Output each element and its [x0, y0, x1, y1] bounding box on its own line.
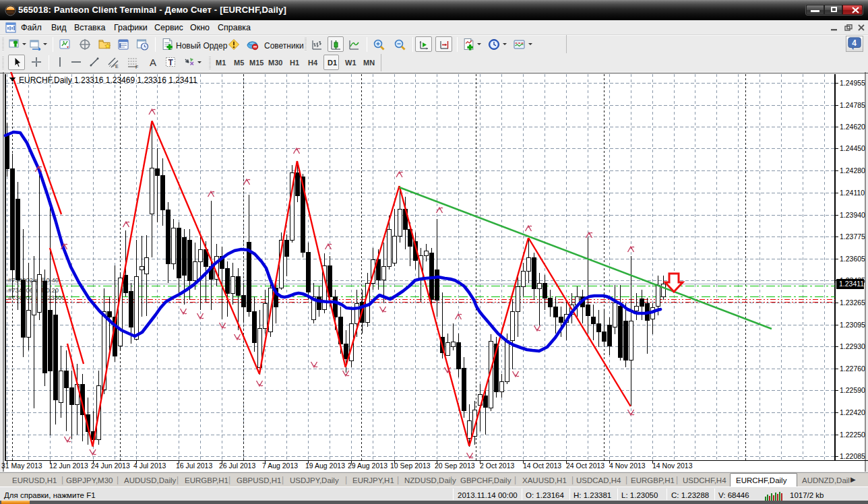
svg-text:1.23605: 1.23605: [840, 255, 865, 263]
svg-text:F: F: [135, 65, 138, 69]
svg-text:1.23775: 1.23775: [840, 232, 865, 241]
svg-text:31 May 2013: 31 May 2013: [1, 462, 42, 470]
svg-text:26 Jul 2013: 26 Jul 2013: [219, 462, 255, 470]
svg-text:1.22250: 1.22250: [840, 431, 865, 439]
svg-text:1.23411: 1.23411: [839, 280, 864, 288]
svg-text:14 Nov 2013: 14 Nov 2013: [652, 462, 693, 470]
svg-text:20 Sep 2013: 20 Sep 2013: [435, 462, 475, 470]
svg-text:24 Jun 2013: 24 Jun 2013: [91, 462, 130, 470]
svg-text:10 Sep 2013: 10 Sep 2013: [390, 462, 431, 470]
svg-text:EURCHF,Daily 1.23316 1.23469: EURCHF,Daily 1.23316 1.23469 1.23316 1.2…: [19, 75, 197, 85]
svg-text:19 Aug 2013: 19 Aug 2013: [305, 462, 345, 470]
svg-text:E: E: [115, 64, 119, 69]
svg-text:1.24955: 1.24955: [840, 79, 865, 87]
svg-text:16 Jul 2013: 16 Jul 2013: [176, 462, 212, 470]
svg-text:1.24110: 1.24110: [840, 189, 865, 197]
svg-text:A: A: [150, 57, 156, 68]
svg-text:1.22590: 1.22590: [840, 386, 865, 394]
svg-text:4 Jul 2013: 4 Jul 2013: [133, 462, 166, 470]
svg-text:4: 4: [852, 38, 857, 48]
svg-text:1.24785: 1.24785: [840, 101, 865, 109]
svg-text:29 Aug 2013: 29 Aug 2013: [348, 462, 388, 470]
svg-text:T: T: [168, 58, 174, 67]
svg-text:1.23095: 1.23095: [840, 321, 865, 329]
svg-text:2 Oct 2013: 2 Oct 2013: [480, 462, 515, 470]
svg-text:1.22085: 1.22085: [840, 452, 865, 460]
svg-text:1.24280: 1.24280: [840, 166, 865, 175]
svg-text:4 Nov 2013: 4 Nov 2013: [609, 462, 646, 470]
svg-text:1.22760: 1.22760: [840, 365, 865, 373]
svg-text:#734202 tp 1.23300: #734202 tp 1.23300: [8, 294, 65, 301]
svg-text:12 Jun 2013: 12 Jun 2013: [49, 462, 88, 470]
svg-text:7 Aug 2013: 7 Aug 2013: [262, 462, 298, 470]
svg-text:1.24450: 1.24450: [840, 144, 865, 152]
svg-text:1.22420: 1.22420: [840, 408, 865, 416]
svg-text:1.23265: 1.23265: [840, 298, 865, 307]
svg-text:24 Oct 2013: 24 Oct 2013: [566, 462, 604, 470]
svg-text:1.22930: 1.22930: [840, 342, 865, 350]
svg-text:1.24620: 1.24620: [840, 123, 865, 131]
svg-text:1.23940: 1.23940: [840, 211, 865, 219]
svg-text:14 Oct 2013: 14 Oct 2013: [523, 462, 561, 470]
